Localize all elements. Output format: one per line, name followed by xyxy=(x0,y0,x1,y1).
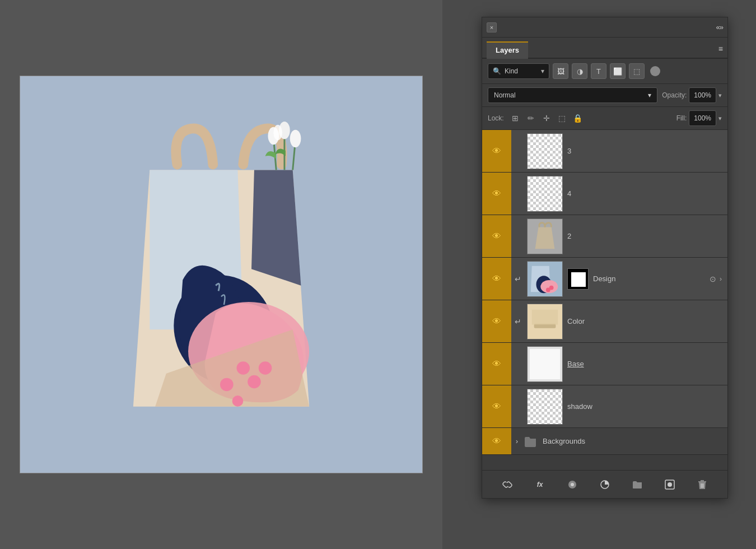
add-mask-button[interactable] xyxy=(662,477,678,492)
layer-row[interactable]: 👁 shadow xyxy=(482,385,727,428)
lock-artboard-icon[interactable]: ⬚ xyxy=(557,114,568,123)
filter-adjustment-icon[interactable]: ◑ xyxy=(572,63,587,79)
layer-color-thumbnail xyxy=(527,304,563,339)
layer-base-visibility[interactable]: 👁 xyxy=(482,343,511,385)
svg-point-19 xyxy=(549,285,554,290)
fill-section: Fill: 100% ▾ xyxy=(676,110,722,126)
layer-2-visibility[interactable]: 👁 xyxy=(482,215,511,257)
layer-4-visibility[interactable]: 👁 xyxy=(482,173,511,215)
eye-icon: 👁 xyxy=(492,146,501,156)
layer-row[interactable]: 👁 3 xyxy=(482,130,727,173)
svg-point-3 xyxy=(248,375,261,389)
opacity-arrow[interactable]: ▾ xyxy=(718,92,722,99)
layer-effects-icon[interactable]: ⊙ xyxy=(710,274,716,283)
layer-row[interactable]: 👁 Base xyxy=(482,343,727,385)
layer-design-visibility[interactable]: 👁 xyxy=(482,258,511,300)
lock-pixels-icon[interactable]: ⊞ xyxy=(510,114,521,123)
filter-type-icon[interactable]: T xyxy=(591,63,606,79)
layer-color-visibility[interactable]: 👁 xyxy=(482,300,511,342)
filter-shape-icon[interactable]: ⬜ xyxy=(610,63,626,79)
svg-point-4 xyxy=(259,361,272,375)
new-fill-button[interactable] xyxy=(564,477,580,492)
layer-expand-arrow[interactable]: › xyxy=(720,275,722,283)
layer-design-indent: ↵ xyxy=(511,274,525,283)
layer-group-row[interactable]: 👁 › Backgrounds xyxy=(482,428,727,455)
filter-row: 🔍 Kind ▾ 🖼 ◑ T ⬜ ⬚ xyxy=(482,59,727,84)
backgrounds-group-name: Backgrounds xyxy=(543,437,585,445)
svg-point-6 xyxy=(232,396,244,407)
layers-tab[interactable]: Layers xyxy=(487,41,528,59)
panel-collapse-button[interactable]: «» xyxy=(716,23,723,31)
layer-base-thumbnail xyxy=(527,346,563,382)
layer-3-thumbnail xyxy=(527,133,563,169)
group-folder-icon xyxy=(522,434,538,449)
layer-2-thumbnail xyxy=(527,218,563,254)
opacity-label: Opacity: xyxy=(662,91,687,99)
kind-arrow: ▾ xyxy=(541,67,544,75)
eye-icon: 👁 xyxy=(492,274,501,284)
layer-3-visibility[interactable]: 👁 xyxy=(482,130,511,172)
eye-icon: 👁 xyxy=(492,189,501,199)
fill-value[interactable]: 100% xyxy=(689,110,716,126)
panel-header: Layers ≡ xyxy=(482,38,727,59)
layer-design-mask xyxy=(567,268,589,290)
layers-panel: × «» Layers ≡ 🔍 Kind ▾ 🖼 ◑ T ⬜ ⬚ Normal … xyxy=(482,17,728,499)
opacity-value[interactable]: 100% xyxy=(689,87,716,103)
effects-button[interactable]: fx xyxy=(532,477,548,492)
svg-point-29 xyxy=(668,482,672,487)
filter-status-dot xyxy=(650,66,660,76)
lock-label: Lock: xyxy=(488,114,504,122)
eye-icon: 👁 xyxy=(492,317,501,327)
layer-design-thumbnail xyxy=(527,261,563,297)
adjustment-button[interactable] xyxy=(597,477,613,492)
eye-icon: 👁 xyxy=(492,436,501,446)
layer-shadow-visibility[interactable]: 👁 xyxy=(482,385,511,427)
svg-point-26 xyxy=(571,483,574,486)
panel-menu-icon[interactable]: ≡ xyxy=(718,44,723,58)
layer-base-name: Base xyxy=(567,360,727,368)
fill-arrow[interactable]: ▾ xyxy=(718,115,722,122)
kind-search-icon: 🔍 xyxy=(493,67,501,75)
layers-list: 👁 3 👁 4 👁 xyxy=(482,130,727,470)
blend-row: Normal ▾ Opacity: 100% ▾ xyxy=(482,84,727,107)
layer-design-name: Design xyxy=(593,274,710,283)
lock-row: Lock: ⊞ ✏ ✛ ⬚ 🔒 Fill: 100% ▾ xyxy=(482,107,727,130)
svg-point-12 xyxy=(290,130,301,147)
svg-point-13 xyxy=(273,125,282,141)
layer-color-indent: ↵ xyxy=(511,317,525,326)
layer-row[interactable]: 👁 4 xyxy=(482,173,727,215)
delete-layer-button[interactable] xyxy=(694,477,710,492)
backgrounds-visibility[interactable]: 👁 xyxy=(482,428,511,454)
layer-row[interactable]: 👁 2 xyxy=(482,215,727,258)
eye-icon: 👁 xyxy=(492,231,501,241)
layer-shadow-thumbnail xyxy=(527,389,563,425)
eye-icon: 👁 xyxy=(492,402,501,412)
layer-row[interactable]: 👁 ↵ Design ⊙ › xyxy=(482,258,727,300)
tote-bag-svg xyxy=(81,120,361,429)
lock-move-icon[interactable]: ✛ xyxy=(541,114,552,123)
blend-mode-arrow: ▾ xyxy=(648,91,651,99)
layer-color-name: Color xyxy=(567,317,727,325)
filter-smart-icon[interactable]: ⬚ xyxy=(629,63,645,79)
svg-point-2 xyxy=(237,361,250,375)
svg-rect-23 xyxy=(530,348,560,379)
blend-mode-select[interactable]: Normal ▾ xyxy=(488,87,657,103)
filter-image-icon[interactable]: 🖼 xyxy=(553,63,568,79)
new-group-button[interactable] xyxy=(629,477,645,492)
canvas-image xyxy=(20,76,423,473)
panel-titlebar: × «» xyxy=(482,17,727,38)
svg-point-5 xyxy=(220,378,234,392)
fill-label: Fill: xyxy=(676,114,687,122)
tote-container xyxy=(20,76,422,473)
group-expand-arrow[interactable]: › xyxy=(511,438,522,445)
panel-close-button[interactable]: × xyxy=(487,22,497,32)
layer-row[interactable]: 👁 ↵ Color xyxy=(482,300,727,343)
layer-4-thumbnail xyxy=(527,176,563,212)
lock-all-icon[interactable]: 🔒 xyxy=(572,114,584,123)
eye-icon: 👁 xyxy=(492,359,501,369)
kind-select[interactable]: 🔍 Kind ▾ xyxy=(488,63,549,79)
link-button[interactable] xyxy=(500,477,515,492)
layer-3-name: 3 xyxy=(567,147,727,155)
opacity-section: Opacity: 100% ▾ xyxy=(662,87,722,103)
lock-draw-icon[interactable]: ✏ xyxy=(525,114,536,123)
